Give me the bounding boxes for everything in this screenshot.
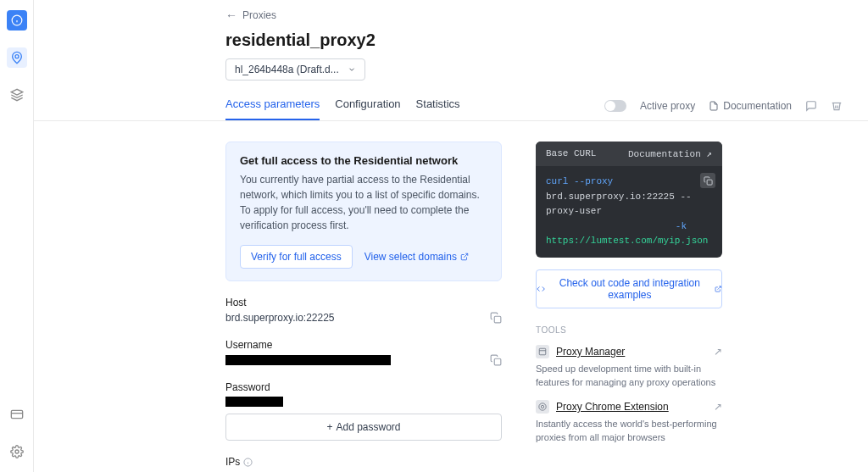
tool-desc: Instantly access the world's best-perfor…: [536, 417, 722, 445]
verify-banner: Get full access to the Residential netwo…: [225, 142, 502, 281]
view-domains-link[interactable]: View select domains: [364, 251, 469, 263]
ips-label: IPs: [225, 456, 502, 468]
active-proxy-toggle[interactable]: [604, 100, 626, 112]
add-password-button[interactable]: + Add password: [225, 414, 502, 441]
host-label: Host: [225, 297, 502, 308]
chevron-down-icon: [348, 65, 356, 74]
tab-statistics[interactable]: Statistics: [416, 91, 460, 120]
documentation-link[interactable]: Documentation: [709, 100, 792, 112]
arrow-icon: ↗: [714, 346, 722, 358]
manager-icon: [536, 345, 549, 358]
tool-proxy-manager[interactable]: Proxy Manager ↗ Speed up development tim…: [536, 345, 722, 390]
svg-point-3: [15, 55, 19, 58]
svg-line-8: [464, 253, 468, 258]
dropdown-label: hl_264b448a (Draft.d...: [235, 64, 339, 75]
settings-icon[interactable]: [7, 441, 27, 462]
tab-configuration[interactable]: Configuration: [335, 91, 400, 120]
svg-marker-4: [11, 89, 22, 95]
svg-rect-9: [494, 316, 501, 323]
external-link-icon: [460, 253, 469, 261]
location-icon[interactable]: [7, 47, 27, 68]
plus-icon: +: [326, 421, 332, 433]
breadcrumb-label: Proxies: [242, 9, 276, 21]
page-title: residential_proxy2: [225, 31, 868, 50]
copy-code-icon[interactable]: [700, 173, 715, 188]
tool-title: Proxy Chrome Extension: [556, 401, 669, 413]
svg-rect-16: [539, 348, 546, 355]
copy-username-icon[interactable]: [490, 354, 502, 366]
comment-icon[interactable]: [805, 100, 817, 112]
info-icon[interactable]: [7, 10, 27, 31]
zone-dropdown[interactable]: hl_264b448a (Draft.d...: [225, 58, 365, 81]
copy-host-icon[interactable]: [490, 312, 502, 324]
breadcrumb[interactable]: ← Proxies: [34, 8, 868, 31]
banner-title: Get full access to the Residential netwo…: [240, 154, 487, 167]
code-doc-link[interactable]: Documentation ↗: [628, 148, 712, 159]
svg-rect-5: [11, 410, 22, 418]
back-arrow-icon: ←: [225, 8, 237, 22]
svg-rect-10: [494, 358, 501, 365]
active-proxy-label: Active proxy: [640, 100, 695, 112]
svg-point-7: [15, 450, 19, 453]
password-value: [225, 397, 283, 407]
code-example: Base CURL Documentation ↗ curl --proxy b…: [536, 142, 722, 258]
sidebar: [0, 0, 34, 472]
tools-section-label: TOOLS: [536, 325, 722, 335]
tool-desc: Speed up development time with built-in …: [536, 362, 722, 390]
banner-body: You currently have partial access to the…: [240, 172, 487, 233]
examples-button[interactable]: Check out code and integration examples: [536, 269, 722, 308]
svg-point-18: [539, 403, 546, 410]
svg-rect-14: [707, 180, 712, 185]
tab-access[interactable]: Access parameters: [225, 91, 320, 120]
password-label: Password: [225, 381, 502, 393]
trash-icon[interactable]: [831, 100, 843, 112]
host-value: brd.superproxy.io:22225: [225, 312, 335, 324]
code-icon: [537, 284, 545, 294]
username-value: [225, 355, 391, 365]
svg-point-19: [541, 405, 543, 408]
arrow-icon: ↗: [714, 401, 722, 413]
svg-line-15: [717, 286, 721, 290]
info-circle-icon: [243, 458, 253, 467]
code-header-label: Base CURL: [546, 148, 596, 159]
tool-chrome-extension[interactable]: Proxy Chrome Extension ↗ Instantly acces…: [536, 400, 722, 445]
username-label: Username: [225, 339, 502, 351]
card-icon[interactable]: [7, 404, 27, 425]
external-link-icon: [715, 285, 721, 293]
tool-title: Proxy Manager: [556, 346, 625, 358]
layers-icon[interactable]: [7, 85, 27, 105]
document-icon: [709, 101, 719, 111]
chrome-icon: [536, 400, 549, 414]
verify-button[interactable]: Verify for full access: [240, 245, 353, 269]
